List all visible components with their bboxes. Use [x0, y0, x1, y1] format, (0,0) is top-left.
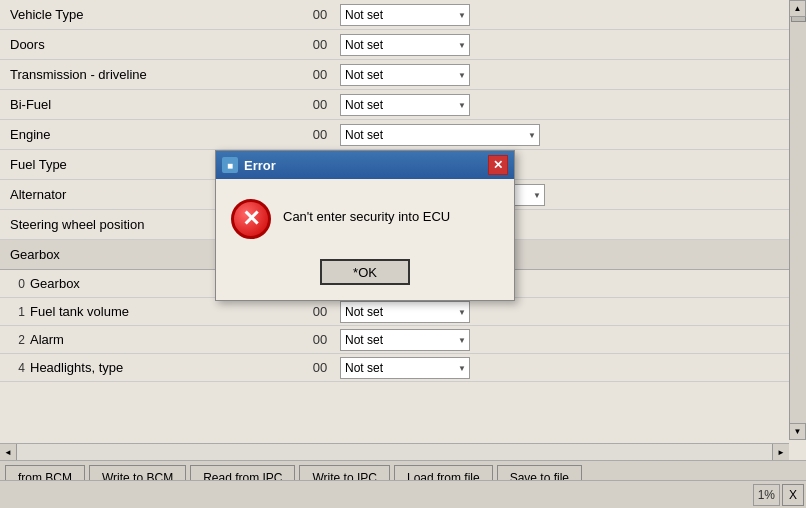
number-fuel-tank: 00 — [300, 304, 340, 319]
dialog-footer: *OK — [216, 254, 514, 300]
select-fuel-tank[interactable]: Not set — [340, 301, 470, 323]
select-wrapper-headlights: Not set — [340, 357, 470, 379]
row-doors: Doors 00 Not set — [0, 30, 789, 60]
prefix-fuel-tank: 1 — [10, 305, 30, 319]
gearbox-header-label: Gearbox — [10, 247, 60, 262]
scroll-right-icon: ► — [777, 448, 785, 457]
dialog-message: Can't enter security into ECU — [283, 199, 450, 227]
label-vehicle-type: Vehicle Type — [10, 7, 300, 22]
row-alarm: 2 Alarm 00 Not set — [0, 326, 789, 354]
scroll-down-icon: ▼ — [794, 427, 802, 436]
statusbar: 1% X — [0, 480, 806, 508]
label-fuel-tank: Fuel tank volume — [30, 304, 300, 319]
select-wrapper-doors: Not set — [340, 34, 470, 56]
zoom-indicator: 1% — [753, 484, 780, 506]
select-wrapper-engine: Not set — [340, 124, 540, 146]
select-wrapper-fuel-tank: Not set — [340, 301, 470, 323]
label-transmission: Transmission - driveline — [10, 67, 300, 82]
number-vehicle-type: 00 — [300, 7, 340, 22]
error-icon: ✕ — [231, 199, 271, 239]
dialog-title: Error — [244, 158, 482, 173]
gearbox-sub-prefix: 0 — [10, 277, 30, 291]
label-headlights: Headlights, type — [30, 360, 300, 375]
scroll-up-button[interactable]: ▲ — [789, 0, 806, 17]
label-engine: Engine — [10, 127, 300, 142]
number-doors: 00 — [300, 37, 340, 52]
row-fuel-tank: 1 Fuel tank volume 00 Not set — [0, 298, 789, 326]
label-alarm: Alarm — [30, 332, 300, 347]
dialog-ok-button[interactable]: *OK — [320, 259, 410, 285]
select-headlights[interactable]: Not set — [340, 357, 470, 379]
select-vehicle-type[interactable]: Not set — [340, 4, 470, 26]
select-alarm[interactable]: Not set — [340, 329, 470, 351]
select-wrapper-transmission: Not set — [340, 64, 470, 86]
prefix-headlights: 4 — [10, 361, 30, 375]
dialog-title-icon: ■ — [222, 157, 238, 173]
row-vehicle-type: Vehicle Type 00 Not set — [0, 0, 789, 30]
row-engine: Engine 00 Not set — [0, 120, 789, 150]
error-dialog: ■ Error ✕ ✕ Can't enter security into EC… — [215, 150, 515, 301]
scroll-down-button[interactable]: ▼ — [789, 423, 806, 440]
select-bi-fuel[interactable]: Not set — [340, 94, 470, 116]
select-wrapper-bi-fuel: Not set — [340, 94, 470, 116]
vertical-scrollbar: ▲ ▼ — [789, 0, 806, 440]
label-bi-fuel: Bi-Fuel — [10, 97, 300, 112]
dialog-titlebar: ■ Error ✕ — [216, 151, 514, 179]
horizontal-scrollbar-track: ◄ ► — [0, 443, 789, 460]
close-status-button[interactable]: X — [782, 484, 804, 506]
select-doors[interactable]: Not set — [340, 34, 470, 56]
prefix-alarm: 2 — [10, 333, 30, 347]
number-bi-fuel: 00 — [300, 97, 340, 112]
number-alarm: 00 — [300, 332, 340, 347]
number-engine: 00 — [300, 127, 340, 142]
row-bi-fuel: Bi-Fuel 00 Not set — [0, 90, 789, 120]
scroll-left-button[interactable]: ◄ — [0, 444, 17, 461]
scroll-up-icon: ▲ — [794, 4, 802, 13]
hscroll-track — [17, 444, 772, 461]
select-transmission[interactable]: Not set — [340, 64, 470, 86]
row-transmission: Transmission - driveline 00 Not set — [0, 60, 789, 90]
dialog-icon-char: ■ — [227, 160, 233, 171]
number-transmission: 00 — [300, 67, 340, 82]
number-headlights: 00 — [300, 360, 340, 375]
select-wrapper-alarm: Not set — [340, 329, 470, 351]
select-engine[interactable]: Not set — [340, 124, 540, 146]
dialog-body: ✕ Can't enter security into ECU — [216, 179, 514, 254]
error-icon-char: ✕ — [242, 208, 260, 230]
label-doors: Doors — [10, 37, 300, 52]
select-wrapper-vehicle-type: Not set — [340, 4, 470, 26]
scroll-right-button[interactable]: ► — [772, 444, 789, 461]
row-headlights: 4 Headlights, type 00 Not set — [0, 354, 789, 382]
scroll-left-icon: ◄ — [4, 448, 12, 457]
dialog-close-button[interactable]: ✕ — [488, 155, 508, 175]
